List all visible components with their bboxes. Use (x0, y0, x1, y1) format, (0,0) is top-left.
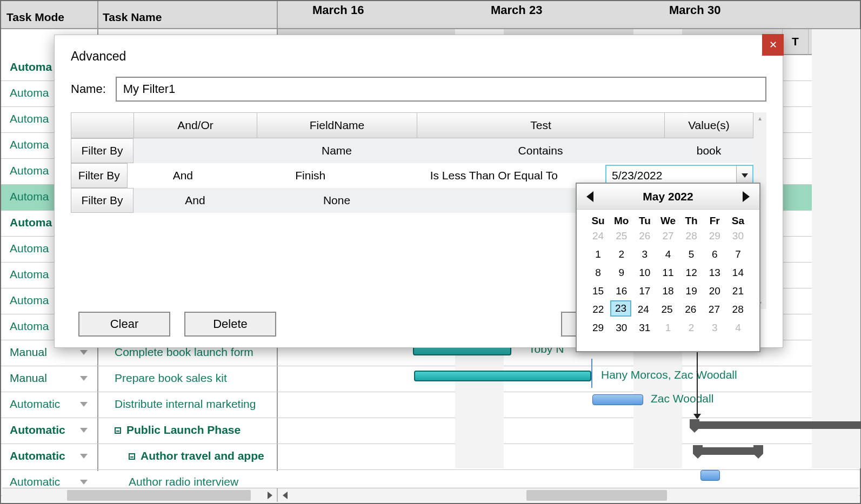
calendar-day[interactable]: 17 (633, 282, 656, 300)
task-mode-cell[interactable]: Automa (10, 61, 52, 73)
calendar-day[interactable]: 4 (726, 319, 750, 337)
calendar-day[interactable]: 2 (680, 319, 703, 337)
task-mode-cell[interactable]: Automa (10, 216, 52, 229)
calendar-day[interactable]: 1 (586, 245, 610, 264)
calendar-day[interactable]: 29 (703, 227, 726, 245)
andor-cell[interactable]: And (128, 163, 238, 188)
task-mode-cell[interactable]: Automa (10, 242, 49, 255)
calendar-day[interactable]: 15 (586, 282, 610, 300)
calendar-day[interactable]: 30 (610, 319, 633, 337)
calendar-day[interactable]: 24 (631, 300, 655, 319)
calendar-day[interactable]: 8 (586, 264, 610, 282)
task-mode-cell[interactable]: Automa (10, 190, 49, 203)
calendar-day[interactable]: 2 (610, 245, 633, 264)
calendar-day[interactable]: 3 (703, 319, 726, 337)
gantt-bar[interactable] (700, 470, 720, 481)
col-values[interactable]: Value(s) (665, 113, 753, 138)
close-button[interactable]: ✕ (762, 34, 784, 56)
andor-cell[interactable]: And (134, 188, 257, 213)
calendar-day[interactable]: 31 (633, 319, 656, 337)
task-mode-cell[interactable]: Automa (10, 112, 49, 125)
task-name-cell[interactable]: Prepare book sales kit (115, 372, 275, 385)
calendar-day[interactable]: 27 (703, 300, 726, 319)
calendar-day[interactable]: 12 (680, 264, 703, 282)
filter-name-input[interactable] (116, 77, 766, 102)
collapse-icon[interactable] (129, 453, 135, 460)
delete-button[interactable]: Delete (184, 312, 276, 337)
value-cell[interactable]: book (664, 138, 753, 163)
filter-row[interactable]: Filter ByNameContainsbook (71, 138, 753, 163)
calendar-day[interactable]: 21 (726, 282, 750, 300)
task-mode-cell[interactable]: Automa (10, 320, 49, 333)
scroll-up-icon[interactable]: ▴ (758, 115, 762, 122)
task-mode-cell[interactable]: Manual (10, 372, 47, 385)
calendar-day[interactable]: 29 (586, 319, 610, 337)
fieldname-cell[interactable]: Name (257, 138, 417, 163)
fieldname-cell[interactable]: None (257, 188, 417, 213)
task-mode-cell[interactable]: Automa (10, 294, 49, 307)
task-mode-cell[interactable]: Automatic (10, 398, 60, 411)
calendar-day[interactable]: 11 (656, 264, 679, 282)
fieldname-cell[interactable]: Finish (238, 163, 383, 188)
calendar-day[interactable]: 28 (680, 227, 703, 245)
gantt-bar[interactable] (414, 371, 591, 381)
col-task-mode[interactable]: Task Mode (6, 11, 64, 24)
gantt-summary-bar[interactable] (697, 447, 759, 455)
task-mode-cell[interactable]: Automa (10, 86, 49, 99)
task-name-cell[interactable]: Author radio interview (129, 475, 289, 488)
task-name-cell[interactable]: Public Launch Phase (115, 424, 275, 436)
calendar-day[interactable]: 30 (726, 227, 750, 245)
calendar-day[interactable]: 18 (656, 282, 679, 300)
scroll-left-button[interactable] (278, 488, 292, 502)
dropdown-icon[interactable] (80, 428, 88, 433)
andor-cell[interactable] (134, 138, 257, 163)
prev-month-button[interactable] (586, 191, 593, 202)
task-mode-cell[interactable]: Manual (10, 346, 47, 359)
horizontal-scrollbar[interactable] (2, 488, 859, 502)
next-month-button[interactable] (743, 191, 750, 202)
calendar-day[interactable]: 10 (633, 264, 656, 282)
calendar-day[interactable]: 28 (726, 300, 750, 319)
dropdown-icon[interactable] (80, 402, 88, 407)
task-mode-cell[interactable]: Automa (10, 268, 49, 281)
calendar-day[interactable]: 24 (586, 227, 610, 245)
dropdown-icon[interactable] (80, 350, 88, 355)
dropdown-icon[interactable] (80, 480, 88, 485)
gantt-bar[interactable] (592, 394, 643, 405)
col-test[interactable]: Test (417, 113, 665, 138)
calendar-day[interactable]: 25 (655, 300, 679, 319)
scroll-thumb[interactable] (526, 490, 667, 501)
calendar-day[interactable]: 22 (586, 300, 610, 319)
test-cell[interactable]: Is Less Than Or Equal To (383, 163, 605, 188)
scroll-right-button[interactable] (263, 488, 277, 502)
calendar-day[interactable]: 14 (726, 264, 750, 282)
calendar-day[interactable]: 1 (656, 319, 679, 337)
calendar-day[interactable]: 23 (610, 300, 632, 317)
calendar-day[interactable]: 25 (610, 227, 633, 245)
task-mode-cell[interactable]: Automatic (10, 475, 60, 488)
gantt-summary-bar[interactable] (693, 421, 861, 429)
calendar-day[interactable]: 5 (680, 245, 703, 264)
calendar-day[interactable]: 4 (656, 245, 679, 264)
task-mode-cell[interactable]: Automa (10, 164, 49, 177)
dropdown-icon[interactable] (80, 376, 88, 381)
task-mode-cell[interactable]: Automatic (10, 424, 65, 436)
calendar-day[interactable]: 26 (679, 300, 703, 319)
calendar-day[interactable]: 16 (610, 282, 633, 300)
calendar-day[interactable]: 19 (680, 282, 703, 300)
task-name-cell[interactable]: Distribute internal marketing (115, 398, 275, 411)
task-mode-cell[interactable]: Automatic (10, 449, 65, 462)
task-mode-cell[interactable]: Automa (10, 138, 49, 151)
col-task-name[interactable]: Task Name (103, 11, 162, 24)
task-name-cell[interactable]: Author travel and appe (129, 449, 289, 462)
calendar-day[interactable]: 6 (703, 245, 726, 264)
calendar-day[interactable]: 26 (633, 227, 656, 245)
col-andor[interactable]: And/Or (134, 113, 257, 138)
calendar-day[interactable]: 27 (656, 227, 679, 245)
calendar-day[interactable]: 3 (633, 245, 656, 264)
col-fieldname[interactable]: FieldName (257, 113, 417, 138)
calendar-day[interactable]: 7 (726, 245, 750, 264)
dropdown-icon[interactable] (80, 454, 88, 459)
test-cell[interactable]: Contains (417, 138, 664, 163)
clear-button[interactable]: Clear (78, 312, 170, 337)
